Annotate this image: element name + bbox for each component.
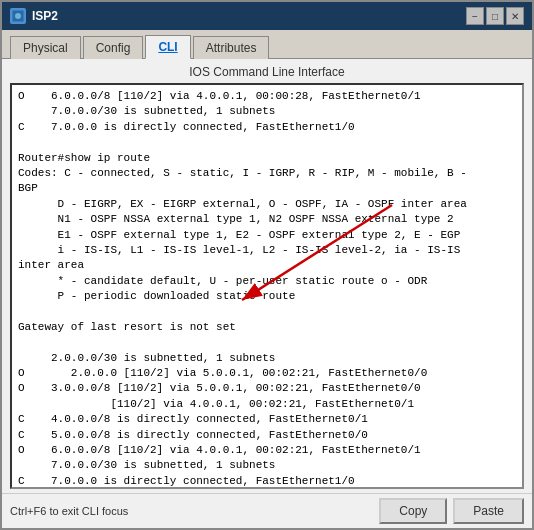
cli-focus-hint: Ctrl+F6 to exit CLI focus [10,505,128,517]
tab-config[interactable]: Config [83,36,144,59]
window-icon [10,8,26,24]
copy-button[interactable]: Copy [379,498,447,524]
section-title: IOS Command Line Interface [2,59,532,83]
cli-container[interactable]: O 6.0.0.0/8 [110/2] via 4.0.0.1, 00:00:2… [10,83,524,489]
cli-output[interactable]: O 6.0.0.0/8 [110/2] via 4.0.0.1, 00:00:2… [12,85,522,487]
maximize-button[interactable]: □ [486,7,504,25]
minimize-button[interactable]: − [466,7,484,25]
tab-physical[interactable]: Physical [10,36,81,59]
bottom-bar: Ctrl+F6 to exit CLI focus Copy Paste [2,493,532,528]
tab-attributes[interactable]: Attributes [193,36,270,59]
paste-button[interactable]: Paste [453,498,524,524]
main-window: ISP2 − □ ✕ Physical Config CLI Attribute… [0,0,534,530]
tab-bar: Physical Config CLI Attributes [2,30,532,59]
close-button[interactable]: ✕ [506,7,524,25]
window-title: ISP2 [32,9,58,23]
title-controls: − □ ✕ [466,7,524,25]
action-buttons: Copy Paste [379,498,524,524]
svg-point-1 [15,13,21,19]
title-bar-left: ISP2 [10,8,58,24]
tab-cli[interactable]: CLI [145,35,190,59]
title-bar: ISP2 − □ ✕ [2,2,532,30]
